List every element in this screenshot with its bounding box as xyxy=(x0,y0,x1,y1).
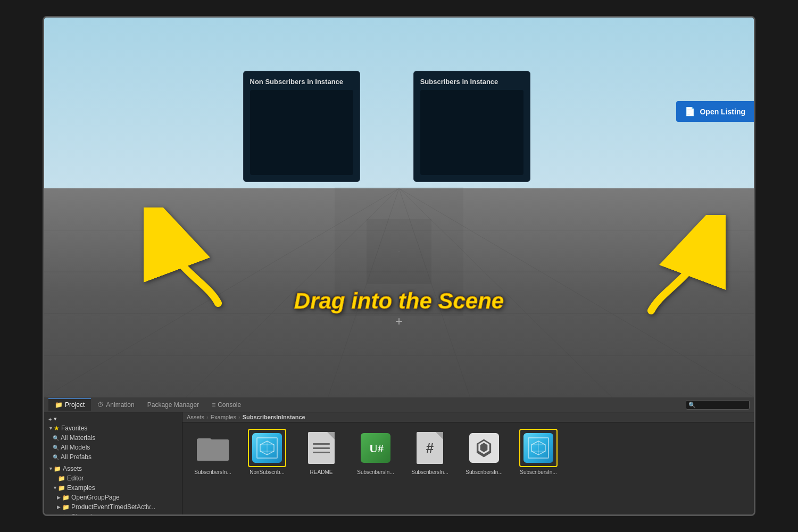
drag-instruction-text: Drag into the Scene xyxy=(294,288,504,314)
product-event-label: ProductEventTimedSetActiv... xyxy=(71,503,155,511)
file-item-hash[interactable]: # SubscribersIn... xyxy=(406,429,454,475)
bottom-panel: 📁 Project ⏱ Animation Package Manager ≡ … xyxy=(44,397,754,514)
animation-tab-label: Animation xyxy=(106,401,134,409)
breadcrumb-current: SubscribersInInstance xyxy=(243,414,305,420)
script-icon-wrapper: U# xyxy=(356,429,395,467)
tab-bar: 📁 Project ⏱ Animation Package Manager ≡ … xyxy=(44,397,754,412)
tree-open-group-page[interactable]: ▶ 📁 OpenGroupPage xyxy=(44,493,182,502)
breadcrumb-sep-2: › xyxy=(238,414,240,420)
tree-favorites[interactable]: ▼ ★ Favorites xyxy=(44,423,182,433)
listing-doc-icon: 📄 xyxy=(685,106,695,117)
breadcrumb-examples[interactable]: Examples xyxy=(211,414,236,420)
file-tree: + ▾ ▼ ★ Favorites 🔍 All Materials 🔍 All … xyxy=(44,412,182,514)
file-browser: Assets › Examples › SubscribersInInstanc… xyxy=(182,412,754,514)
editor-label: Editor xyxy=(67,475,84,482)
file-item-readme[interactable]: README xyxy=(297,429,345,475)
unity-svg xyxy=(473,437,495,459)
script-icon: U# xyxy=(361,433,390,463)
unity-icon xyxy=(469,433,499,463)
file-label-script: SubscribersIn... xyxy=(357,469,394,475)
cube-svg-1 xyxy=(259,440,275,456)
doc-icon-wrapper xyxy=(302,429,340,467)
breadcrumb-sep-1: › xyxy=(206,414,209,420)
project-tab-label: Project xyxy=(65,401,85,409)
file-label-readme: README xyxy=(310,469,333,475)
tab-animation[interactable]: ⏱ Animation xyxy=(91,399,140,411)
favorites-label: Favorites xyxy=(61,425,87,432)
file-label-non-subscribers: NonSubscrib... xyxy=(250,469,285,475)
script-svg: U# xyxy=(367,439,384,456)
tree-product-event[interactable]: ▶ 📁 ProductEventTimedSetActiv... xyxy=(44,502,182,512)
cube-icon-wrapper-1 xyxy=(248,429,286,467)
scene-crosshair: + xyxy=(395,314,403,329)
scene-view: Non Subscribers in Instance Subscribers … xyxy=(44,18,754,397)
scene-sky xyxy=(44,18,754,188)
tree-all-prefabs[interactable]: 🔍 All Prefabs xyxy=(44,452,182,462)
open-listing-label: Open Listing xyxy=(700,107,745,116)
tab-package-manager[interactable]: Package Manager xyxy=(141,399,205,411)
console-tab-icon: ≡ xyxy=(212,401,215,409)
cube-svg-2 xyxy=(530,440,546,456)
all-models-label: All Models xyxy=(61,444,90,451)
open-listing-button[interactable]: 📄 Open Listing xyxy=(676,101,754,122)
shared-label: Shared xyxy=(71,513,92,514)
assets-label: Assets xyxy=(63,465,82,472)
animation-tab-icon: ⏱ xyxy=(97,401,104,409)
tab-console[interactable]: ≡ Console xyxy=(205,399,247,411)
open-group-page-label: OpenGroupPage xyxy=(71,494,120,501)
file-item-subscribers-prefab[interactable]: SubscribersIn... xyxy=(514,429,562,475)
hash-icon: # xyxy=(417,432,443,464)
doc-line-3 xyxy=(313,452,330,453)
file-label-hash: SubscribersIn... xyxy=(411,469,448,475)
folder-icon xyxy=(197,435,229,461)
file-label-unity: SubscribersIn... xyxy=(466,469,502,475)
hash-icon-wrapper: # xyxy=(411,429,449,467)
file-item-non-subscribers-prefab[interactable]: NonSubscrib... xyxy=(243,429,291,475)
doc-line-2 xyxy=(313,447,330,449)
tab-project[interactable]: 📁 Project xyxy=(48,398,91,411)
tree-editor[interactable]: 📁 Editor xyxy=(44,473,182,483)
dropdown-arrow[interactable]: ▾ xyxy=(54,415,57,422)
cube-icon-wrapper-2 xyxy=(519,429,558,467)
file-label-subscribers-prefab: SubscribersIn... xyxy=(520,469,556,475)
console-tab-label: Console xyxy=(218,401,241,409)
panel-non-subscribers-title: Non Subscribers in Instance xyxy=(250,78,353,86)
unity-icon-wrapper xyxy=(465,429,503,467)
panel-content: + ▾ ▼ ★ Favorites 🔍 All Materials 🔍 All … xyxy=(44,412,754,514)
tree-examples[interactable]: ▼ 📁 Examples xyxy=(44,483,182,493)
tree-all-models[interactable]: 🔍 All Models xyxy=(44,443,182,452)
examples-label: Examples xyxy=(67,484,95,492)
panel-subscribers-title: Subscribers in Instance xyxy=(420,78,523,86)
all-materials-label: All Materials xyxy=(61,434,95,442)
tree-shared[interactable]: ▶ 📁 Shared xyxy=(44,512,182,514)
file-item-script[interactable]: U# SubscribersIn... xyxy=(352,429,400,475)
file-grid: SubscribersIn... xyxy=(182,422,754,514)
tree-all-materials[interactable]: 🔍 All Materials xyxy=(44,433,182,443)
panel-non-subscribers: Non Subscribers in Instance xyxy=(243,71,360,182)
panel-subscribers-body xyxy=(420,90,523,175)
cube-icon-2 xyxy=(523,433,553,463)
package-manager-tab-label: Package Manager xyxy=(147,401,199,409)
file-item-folder[interactable]: SubscribersIn... xyxy=(189,429,237,475)
doc-line-1 xyxy=(313,443,330,445)
tree-assets[interactable]: ▼ 📁 Assets xyxy=(44,464,182,473)
all-prefabs-label: All Prefabs xyxy=(61,453,92,461)
file-item-unity[interactable]: SubscribersIn... xyxy=(460,429,508,475)
main-window: Non Subscribers in Instance Subscribers … xyxy=(43,16,755,516)
folder-icon-wrapper xyxy=(194,429,232,467)
project-tab-icon: 📁 xyxy=(55,401,63,409)
doc-icon xyxy=(308,432,335,464)
panel-subscribers: Subscribers in Instance xyxy=(413,71,530,182)
add-button[interactable]: + xyxy=(48,416,52,422)
tree-toolbar: + ▾ xyxy=(44,414,182,423)
panel-non-subscribers-body xyxy=(250,90,353,175)
breadcrumb-assets[interactable]: Assets xyxy=(187,414,204,420)
cube-icon-1 xyxy=(252,433,282,463)
arrow-left xyxy=(144,207,239,314)
search-input[interactable] xyxy=(686,400,750,410)
svg-marker-12 xyxy=(260,441,274,455)
svg-marker-20 xyxy=(531,441,545,455)
file-label-folder: SubscribersIn... xyxy=(194,469,231,475)
breadcrumb: Assets › Examples › SubscribersInInstanc… xyxy=(182,412,754,422)
search-area xyxy=(686,400,750,410)
